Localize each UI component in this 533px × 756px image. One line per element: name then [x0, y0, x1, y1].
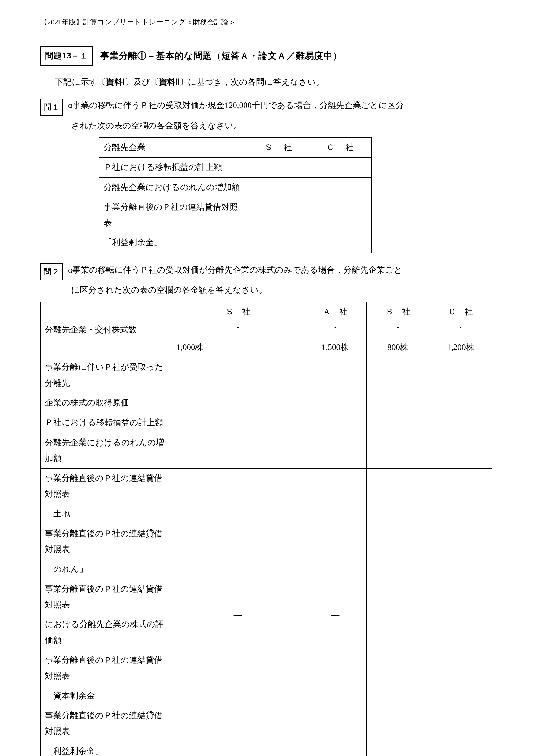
table-1: 分離先企業 Ｓ 社 Ｃ 社 Ｐ社における移転損益の計上額 分離先企業におけるのれ… — [99, 137, 372, 253]
t1-row2-label: 分離先企業におけるのれんの増加額 — [99, 177, 248, 197]
problem-number-box: 問題13－１ — [40, 46, 93, 66]
t2-header-label: 分離先企業・交付株式数 — [41, 302, 172, 358]
t2-r5-a — [304, 524, 366, 579]
t1-row1-s — [248, 157, 310, 177]
t2-r8-c — [429, 706, 492, 756]
t2-r1b: 企業の株式の取得原価 — [41, 393, 172, 413]
t1-row3-s — [248, 197, 310, 253]
t1-row1-c — [310, 157, 372, 177]
table-2: 分離先企業・交付株式数 Ｓ 社・ Ａ 社・ Ｂ 社・ Ｃ 社・ 1,000株 1… — [40, 302, 492, 756]
t2-r3-b — [366, 433, 429, 469]
t2-r5-b — [366, 524, 429, 579]
t2-r4-a — [304, 469, 366, 524]
t2-r2-s — [172, 413, 304, 433]
t2-r1-s — [172, 358, 304, 413]
t2-col-s-shares: 1,000株 — [172, 338, 304, 358]
t2-r7-b — [366, 651, 429, 706]
t2-r4b: 「土地」 — [41, 504, 172, 524]
problem-title-row: 問題13－１ 事業分離①－基本的な問題（短答Ａ・論文Ａ／難易度中） — [40, 46, 493, 66]
t1-header-s: Ｓ 社 — [248, 137, 310, 157]
t2-col-b-name-text: Ｂ 社 — [385, 307, 410, 316]
t1-row3a-label: 事業分離直後のＰ社の連結貸借対照表 — [99, 197, 248, 233]
t2-col-b-shares: 800株 — [366, 338, 429, 358]
t2-r2-c — [429, 413, 492, 433]
t2-col-a-shares: 1,500株 — [304, 338, 366, 358]
t2-r7-s — [172, 651, 304, 706]
t2-r7b: 「資本剰余金」 — [41, 686, 172, 706]
t1-row1-label: Ｐ社における移転損益の計上額 — [99, 157, 248, 177]
t2-col-c-shares: 1,200株 — [429, 338, 492, 358]
t2-col-c-name: Ｃ 社・ — [429, 302, 492, 338]
question-1-text: α事業の移転に伴うＰ社の受取対価が現金120,000千円である場合，分離先企業ご… — [68, 97, 493, 113]
t2-r2a: Ｐ社における移転損益の計上額 — [41, 413, 172, 433]
t2-col-a-name-text: Ａ 社 — [323, 307, 348, 316]
t2-r8b: 「利益剰余金」 — [41, 742, 172, 756]
t2-r3-a — [304, 433, 366, 469]
t2-r2-b — [366, 413, 429, 433]
t2-r7-c — [429, 651, 492, 706]
t2-r3-c — [429, 433, 492, 469]
question-1-box: 問１ — [40, 99, 63, 116]
page-header: 【2021年版】計算コンプリートトレーニング＜財務会計論＞ — [40, 15, 493, 29]
t2-r6-c — [429, 579, 492, 650]
t2-r1-c — [429, 358, 492, 413]
separator-dot: ・ — [331, 323, 339, 332]
t1-row3-c — [310, 197, 372, 253]
t2-r4-b — [366, 469, 429, 524]
t2-r8-b — [366, 706, 429, 756]
t2-r5-s — [172, 524, 304, 579]
separator-dot: ・ — [456, 323, 464, 332]
t2-r1a: 事業分離に伴いＰ社が受取った分離先 — [41, 358, 172, 393]
bold-ref-2: 資料Ⅱ — [159, 77, 180, 87]
t2-r5b: 「のれん」 — [41, 559, 172, 579]
t2-r8-a — [304, 706, 366, 756]
t2-col-b-name: Ｂ 社・ — [366, 302, 429, 338]
t1-header-c: Ｃ 社 — [310, 137, 372, 157]
t2-r7a: 事業分離直後のＰ社の連結貸借対照表 — [41, 651, 172, 686]
t2-r4a: 事業分離直後のＰ社の連結貸借対照表 — [41, 469, 172, 504]
question-2-text: α事業の移転に伴うＰ社の受取対価が分離先企業の株式のみである場合，分離先企業ごと — [68, 262, 493, 278]
t2-r1-a — [304, 358, 366, 413]
t2-r7-a — [304, 651, 366, 706]
question-1-row: 問１ α事業の移転に伴うＰ社の受取対価が現金120,000千円である場合，分離先… — [40, 97, 493, 116]
t2-r5a: 事業分離直後のＰ社の連結貸借対照表 — [41, 524, 172, 559]
bold-ref-1: 資料Ⅰ — [106, 77, 125, 87]
lead-paragraph: 下記に示す〔資料Ⅰ〕及び〔資料Ⅱ〕に基づき，次の各問に答えなさい。 — [46, 74, 493, 90]
t2-r3-s — [172, 433, 304, 469]
t1-header-company: 分離先企業 — [99, 137, 248, 157]
t2-r2-a — [304, 413, 366, 433]
t2-r6-b — [366, 579, 429, 650]
question-2-continuation: に区分された次の表の空欄の各金額を答えなさい。 — [71, 282, 493, 298]
t2-r5-c — [429, 524, 492, 579]
t2-r3a: 分離先企業におけるのれんの増加額 — [41, 433, 172, 469]
t2-r1-b — [366, 358, 429, 413]
problem-title: 事業分離①－基本的な問題（短答Ａ・論文Ａ／難易度中） — [100, 47, 342, 64]
separator-dot: ・ — [234, 323, 242, 332]
question-2-row: 問２ α事業の移転に伴うＰ社の受取対価が分離先企業の株式のみである場合，分離先企… — [40, 262, 493, 280]
t2-col-s-name: Ｓ 社・ — [172, 302, 304, 338]
t2-r6a: 事業分離直後のＰ社の連結貸借対照表 — [41, 579, 172, 614]
question-2-box: 問２ — [40, 263, 63, 280]
separator-dot: ・ — [394, 323, 402, 332]
t2-col-c-name-text: Ｃ 社 — [448, 307, 473, 316]
t2-col-s-name-text: Ｓ 社 — [225, 307, 250, 316]
t2-col-a-name: Ａ 社・ — [304, 302, 366, 338]
t2-r4-c — [429, 469, 492, 524]
t2-r8-s — [172, 706, 304, 756]
t2-r6-a: ― — [304, 579, 366, 650]
t1-row2-c — [310, 177, 372, 197]
question-1-continuation: された次の表の空欄の各金額を答えなさい。 — [71, 118, 493, 134]
t2-r6-s: ― — [172, 579, 304, 650]
t2-r8a: 事業分離直後のＰ社の連結貸借対照表 — [41, 706, 172, 741]
t1-row2-s — [248, 177, 310, 197]
t1-row3b-label: 「利益剰余金」 — [99, 233, 248, 253]
t2-r4-s — [172, 469, 304, 524]
t2-r6b: における分離先企業の株式の評価額 — [41, 614, 172, 650]
